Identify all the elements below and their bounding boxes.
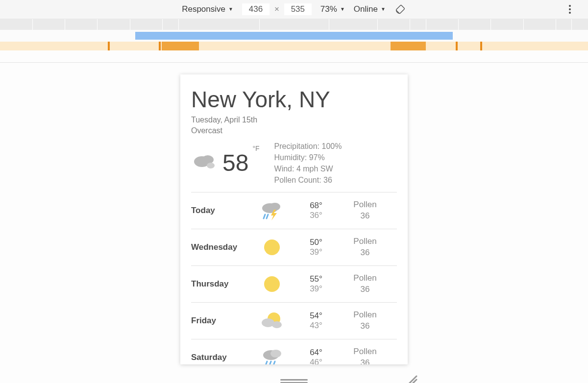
dimension-separator: × bbox=[274, 4, 279, 14]
sunny-icon bbox=[250, 273, 294, 295]
forecast-row[interactable]: Thursday55°39°Pollen36 bbox=[191, 266, 397, 303]
svg-line-17 bbox=[270, 361, 271, 364]
forecast-temperatures: 64°46° bbox=[294, 348, 338, 364]
height-input[interactable] bbox=[284, 3, 312, 15]
city-name: New York, NY bbox=[191, 86, 397, 113]
ruler-tick bbox=[458, 19, 459, 30]
current-stats: Precipitation: 100% Humidity: 97% Wind: … bbox=[274, 141, 342, 186]
current-date: Tuesday, April 15th bbox=[191, 115, 397, 125]
forecast-pollen-label: Pollen bbox=[338, 236, 392, 247]
forecast-temperatures: 50°39° bbox=[294, 238, 338, 257]
svg-line-7 bbox=[264, 215, 265, 218]
forecast-day: Friday bbox=[191, 316, 250, 326]
breakpoint-tick[interactable] bbox=[108, 42, 110, 50]
pollen-value: 36 bbox=[323, 176, 332, 184]
humidity-value: 97% bbox=[309, 153, 325, 162]
ruler-strip bbox=[0, 19, 588, 30]
forecast-pollen-label: Pollen bbox=[338, 346, 392, 357]
storm-icon bbox=[250, 200, 294, 221]
kebab-dot-icon bbox=[569, 12, 571, 14]
width-input[interactable] bbox=[242, 3, 270, 15]
ruler-tick bbox=[97, 19, 98, 30]
network-select[interactable]: Online ▼ bbox=[354, 4, 386, 14]
rotate-icon bbox=[395, 4, 406, 15]
forecast-high: 55° bbox=[294, 274, 338, 284]
breakpoint-max-strip bbox=[0, 30, 588, 42]
breakpoint-min-range[interactable] bbox=[391, 42, 426, 50]
breakpoint-tick[interactable] bbox=[456, 42, 458, 50]
forecast-pollen: Pollen36 bbox=[338, 273, 392, 294]
forecast-pollen-label: Pollen bbox=[338, 199, 392, 210]
device-select-label: Responsive bbox=[182, 4, 225, 14]
ruler-tick bbox=[377, 19, 378, 30]
forecast-pollen-value: 36 bbox=[338, 211, 392, 221]
forecast-temperatures: 68°36° bbox=[294, 201, 338, 220]
ruler-tick bbox=[130, 19, 130, 30]
device-frame: New York, NY Tuesday, April 15th Overcas… bbox=[180, 74, 408, 364]
forecast-low: 39° bbox=[294, 247, 338, 257]
forecast-list: Today68°36°Pollen36Wednesday50°39°Pollen… bbox=[191, 192, 397, 364]
breakpoint-min-range[interactable] bbox=[162, 42, 199, 50]
svg-point-13 bbox=[272, 321, 282, 328]
network-label: Online bbox=[354, 4, 378, 14]
svg-line-8 bbox=[267, 215, 268, 218]
ruler-tick bbox=[65, 19, 65, 30]
breakpoint-max-range[interactable] bbox=[135, 32, 453, 40]
forecast-pollen-value: 36 bbox=[338, 284, 392, 295]
forecast-row[interactable]: Today68°36°Pollen36 bbox=[191, 192, 397, 229]
forecast-high: 54° bbox=[294, 311, 338, 321]
ruler-tick bbox=[162, 19, 163, 30]
caret-down-icon: ▼ bbox=[228, 7, 233, 12]
caret-down-icon: ▼ bbox=[381, 7, 386, 12]
kebab-dot-icon bbox=[569, 5, 571, 7]
ruler-tick bbox=[426, 19, 426, 30]
forecast-row[interactable]: Saturday64°46°Pollen36 bbox=[191, 339, 397, 364]
forecast-day: Today bbox=[191, 206, 250, 215]
ruler-tick bbox=[571, 19, 572, 30]
forecast-day: Wednesday bbox=[191, 242, 250, 252]
temperature-unit: °F bbox=[252, 144, 259, 152]
current-condition: Overcast bbox=[191, 125, 397, 136]
forecast-temperatures: 55°39° bbox=[294, 274, 338, 294]
forecast-high: 68° bbox=[294, 201, 338, 211]
forecast-pollen: Pollen36 bbox=[338, 346, 392, 364]
dimensions-group: × bbox=[242, 3, 312, 15]
resize-handle-bottom[interactable] bbox=[280, 379, 308, 383]
forecast-pollen-value: 36 bbox=[338, 321, 392, 332]
humidity-label: Humidity: bbox=[274, 153, 307, 162]
breakpoint-tick[interactable] bbox=[480, 42, 482, 50]
wind-value: 4 mph SW bbox=[296, 165, 333, 173]
forecast-day: Saturday bbox=[191, 353, 250, 362]
svg-point-3 bbox=[207, 163, 215, 168]
resize-handle-corner[interactable] bbox=[407, 374, 417, 383]
device-viewport-area: New York, NY Tuesday, April 15th Overcas… bbox=[0, 62, 588, 383]
showers-icon bbox=[250, 347, 294, 364]
breakpoint-min-strip bbox=[0, 42, 588, 50]
ruler-tick bbox=[410, 19, 410, 30]
kebab-dot-icon bbox=[569, 8, 571, 10]
ruler-tick bbox=[259, 19, 260, 30]
forecast-row[interactable]: Wednesday50°39°Pollen36 bbox=[191, 229, 397, 266]
ruler-tick bbox=[556, 19, 556, 30]
forecast-pollen: Pollen36 bbox=[338, 199, 392, 221]
rotate-button[interactable] bbox=[394, 3, 406, 15]
svg-line-18 bbox=[273, 361, 275, 364]
forecast-low: 36° bbox=[294, 211, 338, 220]
device-select[interactable]: Responsive ▼ bbox=[182, 4, 233, 14]
svg-line-16 bbox=[266, 361, 267, 364]
forecast-high: 50° bbox=[294, 238, 338, 247]
more-options-button[interactable] bbox=[564, 4, 575, 15]
zoom-select[interactable]: 73% ▼ bbox=[320, 4, 345, 14]
breakpoint-tick[interactable] bbox=[159, 42, 161, 50]
caret-down-icon: ▼ bbox=[340, 7, 345, 12]
forecast-pollen-value: 36 bbox=[338, 247, 392, 258]
forecast-row[interactable]: Friday54°43°Pollen36 bbox=[191, 303, 397, 339]
precipitation-label: Precipitation: bbox=[274, 142, 320, 150]
precipitation-value: 100% bbox=[322, 142, 342, 150]
device-toolbar: Responsive ▼ × 73% ▼ Online ▼ bbox=[0, 0, 588, 19]
forecast-temperatures: 54°43° bbox=[294, 311, 338, 331]
svg-point-15 bbox=[270, 350, 281, 358]
forecast-low: 43° bbox=[294, 321, 338, 331]
forecast-low: 46° bbox=[294, 358, 338, 364]
forecast-day: Thursday bbox=[191, 279, 250, 289]
